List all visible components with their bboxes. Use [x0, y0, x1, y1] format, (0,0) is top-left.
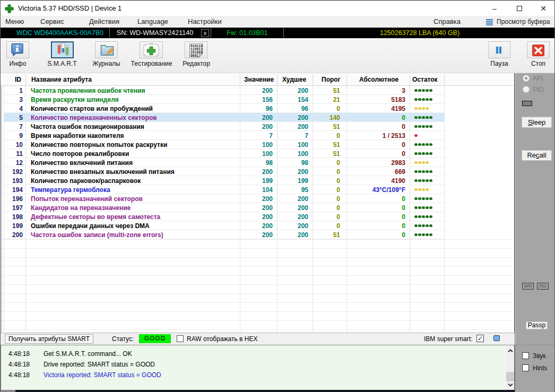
- svg-text:0001: 0001: [190, 54, 199, 58]
